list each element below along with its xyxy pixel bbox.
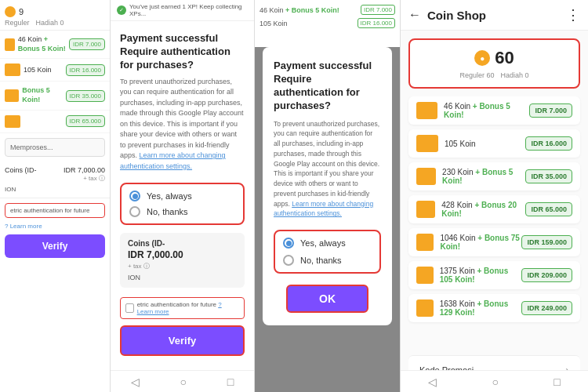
menu-icon[interactable]: ⋮ [566, 6, 580, 24]
cs-item-left-4: 428 Koin + Bonus 20 Koin! [416, 201, 525, 218]
cs-item-left-7: 1638 Koin + Bonus 129 Koin! [416, 299, 521, 317]
auth-dialog-title: Payment successful Require authenticatio… [274, 60, 381, 113]
back-arrow[interactable]: ← [408, 8, 421, 22]
auth-title-text: Payment successful [274, 60, 372, 71]
nav-recents-icon[interactable]: □ [227, 376, 234, 388]
auth-radio-yes[interactable] [283, 238, 294, 249]
left-balance-num: 9 [19, 7, 24, 16]
left-shop-item-4[interactable]: IDR 65.000 [0, 111, 110, 133]
auth-checkbox[interactable] [125, 303, 134, 313]
auth-checkbox-row: etric authentication for future [5, 203, 105, 218]
cs-item-1[interactable]: 46 Koin + Bonus 5 Koin! IDR 7.000 [408, 96, 580, 125]
panel-coin-shop: ← Coin Shop ⋮ ● 60 Reguler 60 Hadiah 0 4… [400, 0, 588, 392]
cs-price-3[interactable]: IDR 35.000 [525, 169, 572, 183]
auth-opt-no-label: No, thanks [300, 256, 342, 265]
cs-price-2[interactable]: IDR 16.000 [525, 136, 572, 151]
auth-btn-row: OK [274, 285, 381, 313]
coin-shop-header: ← Coin Shop ⋮ [401, 0, 588, 31]
cs-item-2[interactable]: 105 Koin IDR 16.000 [408, 129, 580, 158]
nav-home-icon[interactable]: ○ [180, 376, 187, 388]
folder-icon-3 [5, 89, 19, 102]
left-item-left-2: 105 Koin [5, 64, 52, 76]
cs-item-7[interactable]: 1638 Koin + Bonus 129 Koin! IDR 249.000 [408, 294, 580, 322]
left-shop-item-2[interactable]: 105 Koin IDR 16.000 [0, 59, 110, 82]
auth-options-box: Yes, always No, thanks [274, 230, 381, 274]
option-yes-row[interactable]: Yes, always [129, 191, 235, 201]
left-item-left-3: Bonus 5 Koin! [5, 86, 66, 104]
dialog-content: Payment successful Require authenticatio… [111, 21, 254, 367]
auth-dialog-body: To prevent unauthorized purchases, you c… [274, 119, 381, 220]
cs-item-4[interactable]: 428 Koin + Bonus 20 Koin! IDR 65.000 [408, 195, 580, 223]
cs-reguler-label: Reguler 60 [459, 71, 494, 79]
cs-item-text-6: 1375 Koin + Bonus 105 Koin! [440, 267, 522, 284]
price-btn-4[interactable]: IDR 65.000 [66, 115, 105, 127]
price-btn-1[interactable]: IDR 7.000 [69, 38, 105, 50]
cs-price-6[interactable]: IDR 209.000 [521, 268, 572, 282]
auth-opt-yes-row[interactable]: Yes, always [283, 238, 372, 249]
processing-box: Memproses... [5, 138, 105, 157]
option-yes-label: Yes, always [147, 191, 192, 201]
option-no-row[interactable]: No, thanks [129, 206, 235, 217]
left-item-left-4 [5, 115, 20, 128]
cs-item-left-6: 1375 Koin + Bonus 105 Koin! [416, 267, 521, 284]
item-text-2: 105 Koin [24, 66, 52, 75]
cs-item-left-1: 46 Koin + Bonus 5 Koin! [416, 102, 529, 119]
auth-opt-no-row[interactable]: No, thanks [283, 255, 372, 266]
radio-no[interactable] [129, 206, 140, 217]
left-shop-item-1[interactable]: 46 Koin + Bonus 5 Koin! IDR 7.000 [0, 31, 110, 59]
verify-button-left[interactable]: Verify [5, 234, 105, 258]
cs-item-text-7: 1638 Koin + Bonus 129 Koin! [440, 299, 522, 317]
cs-price-5[interactable]: IDR 159.000 [521, 235, 572, 249]
cs-nav-home[interactable]: ○ [492, 376, 499, 388]
cs-folder-5 [416, 234, 434, 251]
price-btn-3[interactable]: IDR 35.000 [66, 90, 105, 102]
tax-label: + tax ⓘ [5, 174, 105, 183]
notification-bar: ✓ You've just earned 1 XP! Keep collecti… [111, 0, 254, 21]
coin-shop-title: Coin Shop [427, 9, 560, 22]
cs-item-text-1: 46 Koin + Bonus 5 Koin! [444, 102, 529, 119]
bg-item-1-text: 46 Koin + Bonus 5 Koin! [260, 6, 339, 14]
coins-price: IDR 7,000.00 [64, 166, 105, 174]
cs-item-5[interactable]: 1046 Koin + Bonus 75 Koin! IDR 159.000 [408, 228, 580, 256]
cs-balance-num: 60 [495, 48, 514, 68]
item-text-3: Bonus 5 Koin! [22, 86, 65, 104]
learn-more-left[interactable]: ? Learn more [0, 223, 110, 234]
auth-radio-no[interactable] [283, 255, 294, 266]
auth-body-text: To prevent unauthorized purchases, you c… [274, 120, 379, 208]
cs-balance-box: ● 60 Reguler 60 Hadiah 0 [408, 38, 580, 89]
notification-text: You've just earned 1 XP! Keep collecting… [129, 3, 248, 17]
auth-row: etric authentication for future ? Learn … [120, 297, 245, 319]
cs-item-left-2: 105 Koin [416, 135, 475, 152]
bg-item-2-text: 105 Koin [260, 20, 288, 27]
bottom-nav-dialog: ◁ ○ □ [111, 370, 254, 392]
cs-price-4[interactable]: IDR 65.000 [525, 202, 572, 216]
left-hadiah-label: Hadiah 0 [36, 19, 64, 27]
verify-button[interactable]: Verify [120, 325, 245, 356]
left-labels-row: Reguler Hadiah 0 [5, 19, 105, 27]
payment-title-text: Coins (ID- [128, 239, 165, 248]
cs-item-text-2: 105 Koin [445, 140, 475, 148]
coins-id-label: Coins (ID- [5, 166, 37, 174]
method-label: ION [5, 186, 105, 193]
option-no-label: No, thanks [147, 207, 188, 216]
dialog-body-text: To prevent unauthorized purchases, you c… [120, 78, 244, 160]
folder-icon-1 [5, 38, 15, 51]
auth-text: etric authentication for future ? Learn … [137, 301, 239, 315]
cs-item-6[interactable]: 1375 Koin + Bonus 105 Koin! IDR 209.000 [408, 261, 580, 289]
left-shop-item-3[interactable]: Bonus 5 Koin! IDR 35.000 [0, 82, 110, 110]
cs-price-1[interactable]: IDR 7.000 [529, 103, 572, 118]
payment-method: ION [128, 274, 237, 281]
auth-subtitle-text: Require authentication for purchases? [274, 73, 360, 111]
ok-button[interactable]: OK [286, 285, 368, 313]
cs-price-7[interactable]: IDR 249.000 [521, 301, 572, 315]
radio-yes[interactable] [129, 191, 140, 201]
left-item-left-1: 46 Koin + Bonus 5 Koin! [5, 35, 69, 53]
payment-product-title: Coins (ID- [128, 239, 237, 248]
nav-back-icon[interactable]: ◁ [131, 376, 140, 388]
price-btn-2[interactable]: IDR 16.000 [66, 64, 105, 76]
cs-item-3[interactable]: 230 Koin + Bonus 5 Koin! IDR 35.000 [408, 162, 580, 191]
processing-text: Memproses... [10, 143, 53, 151]
cs-nav-back[interactable]: ◁ [428, 376, 437, 388]
cs-nav-recents[interactable]: □ [554, 376, 560, 388]
payment-info-box: Coins (ID- IDR 7,000.00 + tax ⓘ ION [120, 233, 245, 288]
